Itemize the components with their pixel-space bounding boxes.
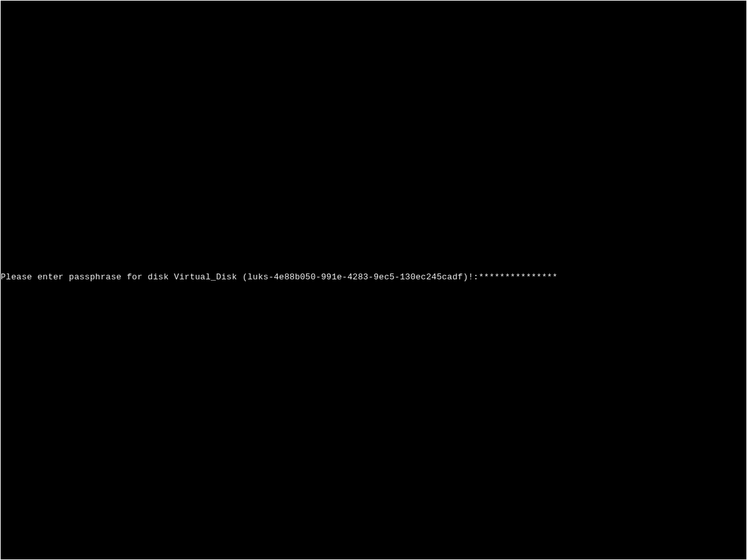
luks-passphrase-prompt-text: Please enter passphrase for disk Virtual… (1, 272, 479, 283)
screen-frame: Please enter passphrase for disk Virtual… (0, 0, 747, 560)
boot-console[interactable]: Please enter passphrase for disk Virtual… (1, 1, 746, 559)
luks-passphrase-prompt-line: Please enter passphrase for disk Virtual… (1, 272, 558, 283)
luks-passphrase-masked-value[interactable]: *************** (479, 272, 558, 283)
